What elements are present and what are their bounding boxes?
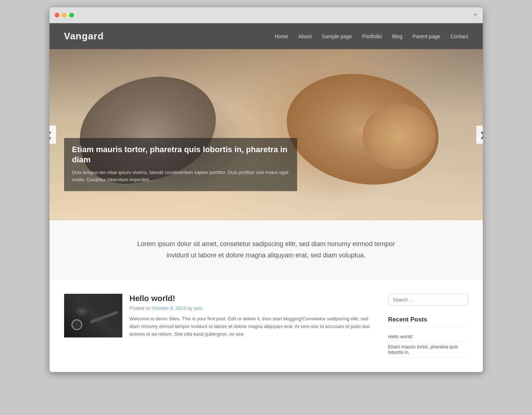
nav-contact[interactable]: Contact	[450, 33, 468, 39]
recent-post-item[interactable]: Hello world!	[388, 332, 468, 342]
post-meta-prefix: Posted on	[130, 305, 151, 311]
site-nav: Home About Sample page Portfoilio Blog P…	[275, 33, 468, 39]
post-thumbnail	[64, 294, 122, 337]
post-by: by	[188, 305, 194, 311]
recent-posts-title: Recent Posts	[388, 316, 468, 327]
browser-buttons	[55, 13, 74, 17]
post-excerpt: Welcome to demo Sites. This is your firs…	[130, 315, 374, 338]
slider-prev-button[interactable]: ❮	[50, 126, 56, 144]
hero-text: Duis tempus leo vitae ipsum viverra, bla…	[72, 169, 289, 183]
browser-window: + Vangard Home About Sample page Portfoi…	[50, 7, 483, 372]
post-title[interactable]: Hello world!	[130, 294, 374, 303]
site-header: Vangard Home About Sample page Portfoili…	[50, 23, 483, 49]
nav-about[interactable]: About	[298, 33, 312, 39]
recent-post-item[interactable]: Etiam mauris tortor, pharetra quis lobor…	[388, 342, 468, 357]
browser-toolbar: +	[50, 7, 483, 23]
hero-caption: Etiam mauris tortor, pharetra quis lobor…	[64, 138, 410, 191]
search-input[interactable]	[388, 294, 468, 306]
maximize-button[interactable]	[69, 13, 74, 17]
recent-posts-list: Hello world! Etiam mauris tortor, pharet…	[388, 332, 468, 357]
post-author[interactable]: axis	[194, 305, 202, 311]
slider-next-button[interactable]: ❯	[476, 126, 483, 144]
site-wrapper: Vangard Home About Sample page Portfoili…	[50, 23, 483, 372]
post-date[interactable]: October 8, 2013	[152, 305, 186, 311]
nav-blog[interactable]: Blog	[392, 33, 402, 39]
sidebar: Recent Posts Hello world! Etiam mauris t…	[388, 294, 468, 357]
intro-section: Lorem ipsum dolor sit amet, consetetur s…	[50, 220, 483, 279]
hero-image	[50, 49, 483, 220]
new-tab-button[interactable]: +	[473, 11, 478, 19]
thumbnail-watch	[71, 319, 82, 330]
post-item: Hello world! Posted on October 8, 2013 b…	[64, 294, 374, 338]
hero-title: Etiam mauris tortor, pharetra quis lobor…	[72, 145, 289, 165]
nav-home[interactable]: Home	[275, 33, 288, 39]
nav-sample-page[interactable]: Sample page	[322, 33, 352, 39]
site-title: Vangard	[64, 31, 104, 42]
close-button[interactable]	[55, 13, 59, 17]
main-content: Hello world! Posted on October 8, 2013 b…	[50, 279, 483, 372]
thumbnail-belt	[90, 311, 118, 324]
intro-text: Lorem ipsum dolor sit amet, consetetur s…	[128, 238, 405, 261]
post-meta: Posted on October 8, 2013 by axis	[130, 305, 374, 311]
nav-parent-page[interactable]: Parent page	[413, 33, 440, 39]
posts-area: Hello world! Posted on October 8, 2013 b…	[64, 294, 374, 357]
nav-portfolio[interactable]: Portfoilio	[362, 33, 382, 39]
hero-caption-bg: Etiam mauris tortor, pharetra quis lobor…	[64, 138, 297, 191]
hero-slider: ❮ ❯ Etiam mauris tortor, pharetra quis l…	[50, 49, 483, 220]
minimize-button[interactable]	[62, 13, 67, 17]
post-content: Hello world! Posted on October 8, 2013 b…	[130, 294, 374, 338]
